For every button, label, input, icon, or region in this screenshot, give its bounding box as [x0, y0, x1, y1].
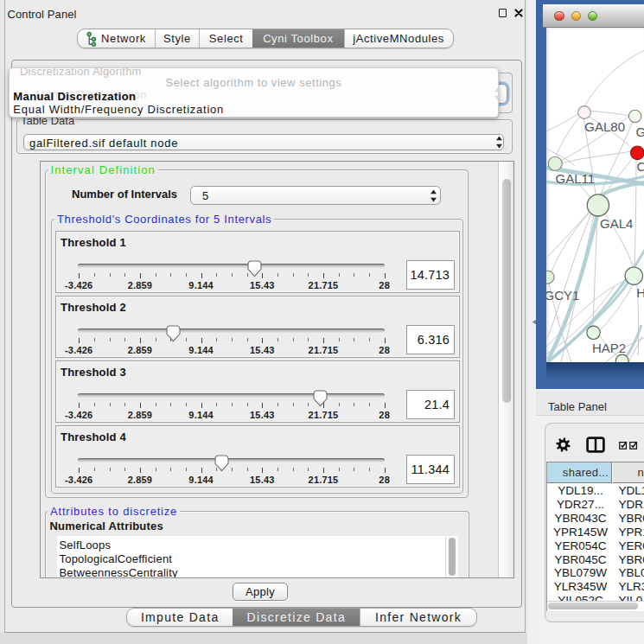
svg-text:GA: GA — [636, 124, 644, 139]
svg-text:GAL11: GAL11 — [556, 171, 596, 186]
svg-text:C: C — [637, 159, 644, 174]
svg-text:GAL4: GAL4 — [600, 216, 633, 231]
svg-text:GAL80: GAL80 — [584, 119, 625, 134]
svg-text:GCY1: GCY1 — [546, 288, 579, 303]
svg-text:HAP2: HAP2 — [592, 341, 626, 355]
svg-text:H: H — [636, 285, 644, 300]
